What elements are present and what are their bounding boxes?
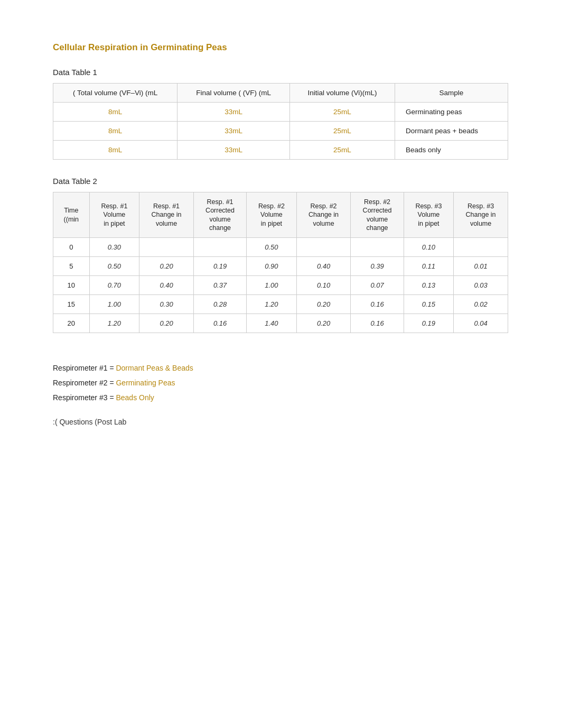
- table-row: 50.500.200.190.900.400.390.110.01: [53, 257, 508, 276]
- table2-header-0: Time((min: [53, 192, 90, 238]
- data-table-2: Time((minResp. #1Volumein pipetResp. #1C…: [53, 192, 508, 333]
- table2-header-1: Resp. #1Volumein pipet: [89, 192, 139, 238]
- table-row: 201.200.200.161.400.200.160.190.04: [53, 314, 508, 333]
- data-table-2-section: Data Table 2 Time((minResp. #1Volumein p…: [53, 177, 508, 350]
- respirometer-1: Respirometer #1 = Dormant Peas & Beads: [53, 361, 508, 375]
- respirometer-3: Respirometer #3 = Beads Only: [53, 390, 508, 405]
- table2-header-2: Resp. #1Change involume: [139, 192, 194, 238]
- resp1-label: Respirometer #1 =: [53, 364, 116, 372]
- table2-header-3: Resp. #1Correctedvolumechange: [193, 192, 246, 238]
- page-title: Cellular Respiration in Germinating Peas: [53, 42, 508, 53]
- resp2-value: Germinating Peas: [116, 379, 175, 387]
- resp2-label: Respirometer #2 =: [53, 379, 116, 387]
- table-row: 8mL33mL25mLDormant peas + beads: [53, 122, 508, 141]
- table1-header-final: Final volume ( (VF) (mL: [177, 84, 290, 103]
- data-table-1: ( Total volume (VF–Vi) (mL Final volume …: [53, 83, 508, 160]
- post-lab-text: :( Questions (Post Lab: [53, 418, 126, 426]
- table1-header-sample: Sample: [395, 84, 508, 103]
- table2-header-6: Resp. #2Correctedvolumechange: [351, 192, 404, 238]
- resp1-value: Dormant Peas & Beads: [116, 364, 193, 372]
- respirometer-section: Respirometer #1 = Dormant Peas & Beads R…: [53, 361, 508, 405]
- resp3-label: Respirometer #3 =: [53, 393, 116, 402]
- table-row: 8mL33mL25mLBeads only: [53, 141, 508, 160]
- table-row: 100.700.400.371.000.100.070.130.03: [53, 276, 508, 295]
- table1-header-total: ( Total volume (VF–Vi) (mL: [53, 84, 177, 103]
- table-row: 8mL33mL25mLGerminating peas: [53, 103, 508, 122]
- table2-header-4: Resp. #2Volumein pipet: [247, 192, 296, 238]
- table-row: 00.300.500.10: [53, 238, 508, 257]
- table2-header-7: Resp. #3Volumein pipet: [404, 192, 453, 238]
- respirometer-2: Respirometer #2 = Germinating Peas: [53, 375, 508, 390]
- table2-header-5: Resp. #2Change involume: [296, 192, 351, 238]
- data-table-1-section: Data Table 1 ( Total volume (VF–Vi) (mL …: [53, 68, 508, 177]
- resp3-value: Beads Only: [116, 393, 154, 402]
- post-lab-section: :( Questions (Post Lab: [53, 418, 508, 426]
- table2-label: Data Table 2: [53, 177, 508, 186]
- table1-header-initial: Initial volume (Vi)(mL): [289, 84, 395, 103]
- table-row: 151.000.300.281.200.200.160.150.02: [53, 295, 508, 314]
- table2-header-8: Resp. #3Change involume: [454, 192, 508, 238]
- table1-label: Data Table 1: [53, 68, 508, 77]
